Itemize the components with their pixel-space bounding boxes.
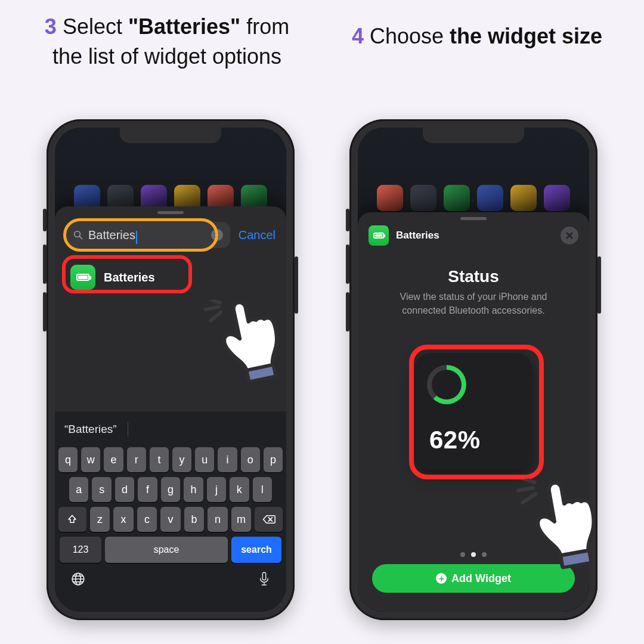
key-y[interactable]: y (172, 447, 191, 472)
svg-line-9 (522, 494, 537, 503)
onscreen-keyboard[interactable]: “Batteries” q w e r t y u i o p a (55, 411, 286, 612)
result-label: Batteries (104, 271, 155, 284)
key-i[interactable]: i (218, 447, 237, 472)
key-h[interactable]: h (184, 477, 203, 502)
key-m[interactable]: m (231, 507, 251, 532)
battery-percent: 62% (429, 426, 481, 454)
search-input[interactable]: Batteries ✕ (66, 222, 230, 248)
batteries-app-icon (369, 225, 389, 246)
step-number: 3 (45, 14, 57, 39)
key-123[interactable]: 123 (60, 537, 101, 563)
key-backspace[interactable] (255, 507, 283, 532)
sheet-grabber[interactable] (157, 211, 184, 214)
search-icon (73, 230, 83, 240)
widget-title: Status (358, 267, 589, 286)
key-r[interactable]: r (127, 447, 146, 472)
key-b[interactable]: b (184, 507, 204, 532)
key-row-2: a s d f g h j k l (58, 477, 283, 502)
key-l[interactable]: l (253, 477, 272, 502)
widget-search-sheet: Batteries ✕ Cancel Batteries “Batteries”… (55, 206, 286, 612)
key-t[interactable]: t (150, 447, 169, 472)
svg-line-6 (206, 306, 219, 309)
widget-size-small[interactable]: 62% (415, 353, 532, 470)
notch (423, 128, 524, 143)
svg-line-1 (80, 237, 82, 239)
sheet-grabber[interactable] (460, 217, 487, 220)
plus-icon: ＋ (436, 573, 447, 584)
dot (482, 552, 487, 557)
key-search[interactable]: search (231, 537, 281, 563)
key-w[interactable]: w (81, 447, 100, 472)
svg-line-10 (518, 488, 533, 490)
close-button[interactable] (561, 227, 578, 244)
globe-icon[interactable] (70, 571, 86, 590)
key-row-3: z x c v b n m (58, 507, 283, 532)
text-cursor (136, 231, 137, 244)
step-number: 4 (352, 24, 364, 48)
key-n[interactable]: n (208, 507, 227, 532)
sheet-title: Batteries (396, 230, 439, 242)
mic-icon[interactable] (258, 571, 271, 590)
key-v[interactable]: v (160, 507, 180, 532)
key-q[interactable]: q (58, 447, 78, 472)
key-d[interactable]: d (115, 477, 134, 502)
key-a[interactable]: a (69, 477, 88, 502)
notch (120, 128, 221, 143)
batteries-app-icon (70, 265, 95, 290)
battery-ring-icon (427, 365, 466, 404)
dot-active (471, 552, 476, 557)
key-j[interactable]: j (207, 477, 226, 502)
key-g[interactable]: g (161, 477, 180, 502)
search-value: Batteries (88, 228, 135, 242)
key-row-1: q w e r t y u i o p (58, 447, 283, 472)
key-z[interactable]: z (90, 507, 110, 532)
step4-caption: 4 Choose the widget size (340, 21, 614, 51)
clear-search-button[interactable]: ✕ (211, 229, 223, 241)
key-x[interactable]: x (113, 507, 133, 532)
svg-line-5 (209, 312, 222, 321)
phone-outline-icon (442, 377, 451, 392)
dot (460, 552, 465, 557)
key-c[interactable]: c (137, 507, 157, 532)
key-k[interactable]: k (230, 477, 249, 502)
key-p[interactable]: p (264, 447, 283, 472)
key-u[interactable]: u (195, 447, 214, 472)
add-widget-label: Add Widget (451, 572, 511, 585)
keyboard-suggestion[interactable]: “Batteries” (64, 423, 117, 436)
key-o[interactable]: o (241, 447, 260, 472)
svg-point-0 (75, 231, 80, 237)
svg-rect-4 (262, 572, 266, 580)
tap-indicator (515, 465, 620, 575)
key-f[interactable]: f (138, 477, 157, 502)
key-s[interactable]: s (92, 477, 111, 502)
widget-description: View the status of your iPhone and conne… (382, 290, 565, 317)
search-result-batteries[interactable]: Batteries (66, 260, 163, 295)
cancel-button[interactable]: Cancel (239, 228, 275, 242)
key-e[interactable]: e (104, 447, 123, 472)
key-shift[interactable] (58, 507, 86, 532)
key-space[interactable]: space (105, 537, 228, 563)
step3-caption: 3 Select "Batteries" from the list of wi… (36, 12, 298, 72)
